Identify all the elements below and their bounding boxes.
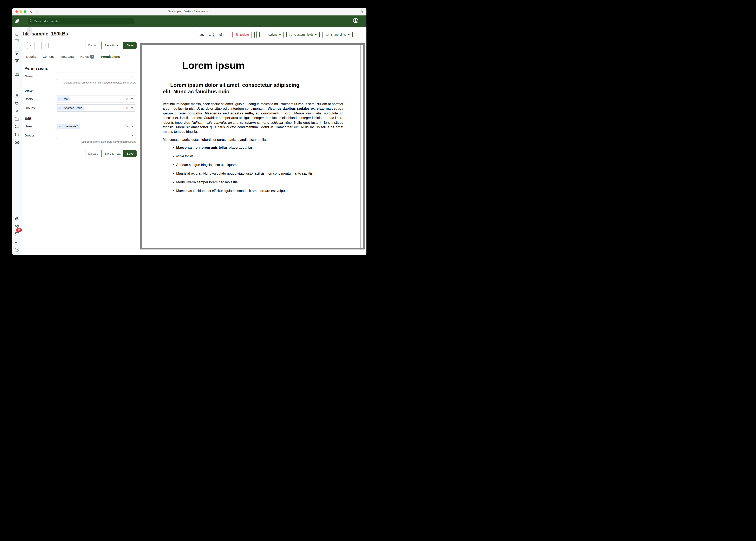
discard-button[interactable]: Discard — [85, 42, 102, 49]
view-heading: View — [25, 89, 137, 93]
edit-help-text: Edit permissions also grant viewing perm… — [56, 140, 136, 143]
sidebar-item-settings[interactable] — [15, 217, 19, 221]
sidebar-item-mail[interactable] — [15, 140, 19, 145]
sidebar-item-storage-paths[interactable]: # — [16, 110, 18, 113]
edit-heading: Edit — [25, 117, 137, 121]
save-actions-group-bottom: Discard Save & next Save — [85, 150, 137, 157]
save-next-button[interactable]: Save & next — [101, 42, 124, 49]
remove-chip-icon[interactable]: × — [57, 106, 62, 111]
sidebar-item-notes-card[interactable] — [15, 72, 19, 77]
page-title: file-sample_150kBs — [23, 31, 137, 37]
custom-fields-icon — [289, 33, 293, 37]
page-navigation: Page of4 — [195, 31, 227, 38]
preview-scrollbar[interactable] — [360, 45, 363, 248]
document-detail-panel: file-sample_150kBs ✕ ← → Discard Save & … — [23, 27, 137, 157]
zoom-window-button[interactable] — [24, 10, 26, 13]
sidebar-item-home[interactable] — [15, 32, 19, 36]
save-button[interactable]: Save — [124, 42, 137, 49]
sidebar-item-correspondents[interactable] — [15, 94, 19, 98]
list-item: Maecenas non lorem quis tellus placerat … — [176, 145, 343, 150]
actions-dropdown-button[interactable]: ⋯ Actions — [259, 31, 284, 38]
user-chip: × test — [57, 97, 70, 101]
edit-groups-label: Groups: — [23, 134, 56, 137]
delete-button[interactable]: Delete — [232, 31, 252, 38]
link-icon — [325, 33, 329, 36]
owner-select[interactable] — [56, 73, 136, 80]
search-icon — [30, 19, 33, 23]
share-links-button[interactable]: Share Links — [322, 31, 353, 38]
share-icon[interactable] — [359, 9, 363, 14]
page-number-input[interactable] — [208, 33, 211, 36]
paperless-logo[interactable] — [12, 18, 22, 24]
remove-chip-icon[interactable]: × — [57, 97, 62, 101]
document-bullet-list: Maecenas non lorem quis tellus placerat … — [163, 145, 343, 194]
sidebar-item-help[interactable]: ? — [15, 248, 19, 253]
titlebar: file-sample_150kBs - Paperless-ngx — [12, 8, 366, 15]
pdf-page: Lorem ipsum Lorem ipsum dolor sit amet, … — [142, 45, 363, 193]
chevron-down-icon — [360, 21, 362, 22]
edit-users-select[interactable]: × username2 ✕ — [56, 123, 136, 130]
sidebar-item-close[interactable]: ✕ — [16, 81, 18, 84]
edit-groups-select[interactable] — [56, 132, 136, 139]
view-users-select[interactable]: × test ✕ — [56, 95, 136, 103]
sidebar-item-tags[interactable] — [15, 101, 19, 106]
sidebar-item-tasks[interactable]: 16 — [15, 232, 19, 236]
tab-permissions[interactable]: Permissions — [100, 55, 120, 61]
sidebar-item-filter-alt[interactable] — [15, 59, 19, 63]
detail-tabs: Details Content Metadata Notes5 Permissi… — [23, 52, 137, 61]
chevron-down-icon[interactable] — [131, 107, 133, 109]
next-document-button[interactable]: → — [41, 42, 48, 49]
chevron-down-icon[interactable] — [131, 135, 133, 136]
browser-forward-icon[interactable] — [36, 9, 38, 14]
page-count-label: of4 — [217, 33, 227, 36]
document-preview[interactable]: Lorem ipsum Lorem ipsum dolor sit amet, … — [140, 43, 365, 250]
previous-document-button[interactable]: ← — [34, 42, 41, 49]
clear-field-icon[interactable]: ✕ — [126, 106, 129, 110]
discard-button[interactable]: Discard — [85, 150, 102, 157]
view-groups-label: Groups: — [23, 106, 56, 110]
tab-metadata[interactable]: Metadata — [60, 55, 74, 61]
clear-field-icon[interactable]: ✕ — [126, 97, 129, 100]
view-groups-select[interactable]: × Another Group ✕ — [56, 104, 136, 112]
window-title: file-sample_150kBs - Paperless-ngx — [12, 10, 366, 13]
save-next-button[interactable]: Save & next — [101, 150, 124, 157]
list-item: Nulla facilisi. — [176, 154, 343, 159]
save-actions-group: Discard Save & next Save — [85, 42, 137, 49]
document-paragraph: Vestibulum neque massa, scelerisque sit … — [163, 102, 343, 134]
divider — [23, 147, 137, 147]
list-item: Mauris id ex erat. Nunc vulputate neque … — [176, 171, 343, 176]
page-label: Page — [195, 33, 207, 36]
page-stepper[interactable] — [212, 33, 215, 37]
user-menu[interactable] — [353, 18, 362, 24]
document-heading: Lorem ipsum — [163, 60, 264, 71]
custom-fields-button[interactable]: Custom Fields — [286, 31, 320, 38]
document-nav-group: ✕ ← → — [27, 42, 48, 49]
save-button[interactable]: Save — [124, 150, 137, 157]
sidebar-item-logs[interactable] — [15, 240, 19, 244]
sidebar-item-documents[interactable] — [15, 39, 19, 43]
minimize-window-button[interactable] — [20, 10, 22, 13]
search-input[interactable] — [34, 20, 132, 23]
avatar-icon — [353, 18, 358, 24]
sidebar-item-filter[interactable] — [15, 51, 19, 55]
chevron-down-icon[interactable] — [131, 98, 133, 100]
tab-details[interactable]: Details — [26, 55, 36, 61]
chevron-down-icon[interactable] — [131, 76, 133, 77]
sidebar-item-users-groups[interactable] — [15, 224, 19, 229]
close-window-button[interactable] — [15, 10, 18, 13]
download-button[interactable]: Download — [255, 31, 257, 38]
window-controls — [15, 10, 26, 13]
sidebar-expand-button[interactable]: » — [27, 27, 32, 34]
sidebar-item-custom-fields[interactable] — [15, 125, 19, 129]
browser-back-icon[interactable] — [30, 9, 32, 14]
clear-field-icon[interactable]: ✕ — [126, 125, 129, 128]
sidebar-item-document-types[interactable] — [15, 117, 19, 121]
tab-content[interactable]: Content — [42, 55, 54, 61]
sidebar-item-saved-views[interactable] — [15, 132, 19, 137]
tab-notes[interactable]: Notes5 — [80, 55, 95, 61]
edit-users-label: Users: — [23, 125, 56, 128]
chevron-down-icon[interactable] — [131, 126, 133, 127]
search-bar — [27, 18, 134, 24]
remove-chip-icon[interactable]: × — [57, 124, 62, 129]
close-document-button[interactable]: ✕ — [27, 42, 34, 49]
